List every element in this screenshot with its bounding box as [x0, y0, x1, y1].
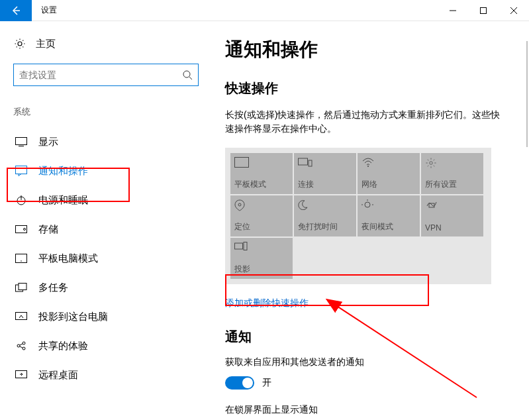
- tablet-icon: [15, 252, 28, 265]
- svg-rect-25: [299, 158, 308, 165]
- location-icon: [234, 199, 289, 213]
- tile-label: 网络: [361, 179, 416, 190]
- svg-point-28: [430, 162, 433, 165]
- toggle-label: 开: [262, 377, 271, 389]
- nav-label: 通知和操作: [38, 165, 88, 178]
- svg-rect-24: [235, 158, 249, 168]
- svg-rect-16: [19, 284, 26, 290]
- nav-item-display[interactable]: 显示: [13, 127, 205, 156]
- vertical-scrollbar[interactable]: [521, 21, 529, 420]
- nav-label: 电源和睡眠: [38, 194, 88, 207]
- notifications-heading: 通知: [225, 328, 509, 346]
- tile-connect[interactable]: 连接: [294, 153, 356, 194]
- notifications-desc: 获取来自应用和其他发送者的通知: [225, 356, 509, 368]
- tile-label: 免打扰时间: [298, 221, 352, 233]
- tile-network[interactable]: 网络: [358, 153, 420, 194]
- nav-item-notifications[interactable]: 通知和操作: [13, 156, 205, 185]
- svg-rect-17: [16, 313, 27, 320]
- minimize-button[interactable]: [438, 0, 468, 21]
- tile-label: 投影: [234, 264, 289, 275]
- connect-icon: [298, 157, 352, 170]
- tile-label: 夜间模式: [361, 221, 416, 233]
- tiles-grid: 平板模式 连接 网络 所有设置 定位: [230, 153, 486, 279]
- nav-item-remote[interactable]: 远程桌面: [13, 360, 205, 390]
- nav-label: 远程桌面: [38, 369, 78, 382]
- svg-rect-11: [16, 226, 27, 233]
- main-panel: 通知和操作 快速操作 长按(或选择)快速操作，然后通过拖动方式来重新排列它们。这…: [205, 21, 529, 420]
- nav-label: 投影到这台电脑: [38, 311, 108, 323]
- close-button[interactable]: [499, 0, 529, 21]
- vpn-icon: [425, 199, 479, 213]
- storage-icon: [15, 223, 28, 236]
- quick-actions-heading: 快速操作: [225, 79, 509, 97]
- svg-point-20: [23, 347, 25, 350]
- svg-rect-34: [429, 203, 434, 207]
- svg-point-27: [367, 166, 369, 167]
- tile-all-settings[interactable]: 所有设置: [421, 153, 483, 194]
- project-icon: [15, 310, 28, 323]
- back-button[interactable]: [0, 0, 32, 21]
- nav-item-tablet[interactable]: 平板电脑模式: [13, 244, 205, 273]
- svg-rect-26: [309, 160, 312, 166]
- svg-rect-8: [16, 166, 27, 174]
- moon-icon: [298, 199, 352, 213]
- display-icon: [15, 135, 28, 148]
- nav-item-shared[interactable]: 共享的体验: [13, 331, 205, 360]
- svg-rect-6: [16, 138, 27, 145]
- svg-line-5: [189, 77, 192, 79]
- svg-point-14: [21, 260, 22, 262]
- tile-project[interactable]: 投影: [230, 238, 293, 279]
- gear-icon: [13, 37, 26, 50]
- search-field[interactable]: [19, 70, 182, 80]
- section-label: 系统: [13, 106, 205, 118]
- sidebar: 主页 系统 显示 通知和操作 电源和睡眠 存储: [0, 21, 205, 420]
- shared-icon: [15, 339, 28, 352]
- maximize-button[interactable]: [468, 0, 499, 21]
- notifications-icon: [15, 164, 28, 178]
- svg-point-30: [365, 202, 370, 207]
- notifications-toggle[interactable]: [225, 376, 254, 390]
- titlebar: 设置: [0, 0, 529, 21]
- nav-label: 共享的体验: [38, 340, 88, 352]
- scrollbar-thumb[interactable]: [526, 41, 528, 147]
- svg-point-29: [238, 203, 241, 206]
- svg-point-19: [23, 342, 25, 344]
- gear-icon: [425, 157, 479, 170]
- multitask-icon: [15, 281, 28, 294]
- nav-label: 存储: [38, 223, 58, 236]
- nav-list: 显示 通知和操作 电源和睡眠 存储 平板电脑模式 多任务: [13, 127, 205, 390]
- nav-item-storage[interactable]: 存储: [13, 215, 205, 244]
- quick-actions-desc: 长按(或选择)快速操作，然后通过拖动方式来重新排列它们。这些快速操作将显示在操作…: [225, 108, 503, 136]
- search-input[interactable]: [13, 64, 199, 86]
- nav-label: 多任务: [38, 282, 68, 294]
- svg-rect-36: [244, 242, 247, 250]
- nav-item-multitask[interactable]: 多任务: [13, 273, 205, 302]
- tile-label: 定位: [234, 221, 289, 233]
- tile-night-light[interactable]: 夜间模式: [358, 195, 420, 236]
- tile-location[interactable]: 定位: [230, 195, 293, 236]
- tablet-mode-icon: [234, 157, 289, 170]
- svg-point-12: [24, 229, 26, 231]
- window-title: 设置: [32, 5, 57, 16]
- lock-screen-notify-label: 在锁屏界面上显示通知: [225, 404, 509, 416]
- tile-quiet-hours[interactable]: 免打扰时间: [294, 195, 356, 236]
- page-title: 通知和操作: [225, 37, 509, 62]
- tile-vpn[interactable]: VPN: [421, 195, 483, 236]
- tile-label: VPN: [425, 223, 479, 233]
- notifications-toggle-row: 开: [225, 376, 509, 390]
- add-remove-quick-actions-link[interactable]: 添加或删除快速操作: [225, 297, 309, 309]
- back-arrow-icon: [11, 5, 21, 16]
- search-icon: [182, 70, 193, 80]
- svg-point-4: [183, 71, 190, 78]
- nav-item-power[interactable]: 电源和睡眠: [13, 185, 205, 215]
- nav-label: 平板电脑模式: [38, 252, 98, 265]
- svg-point-18: [17, 344, 20, 347]
- home-button[interactable]: 主页: [13, 37, 205, 50]
- tile-label: 平板模式: [234, 179, 289, 190]
- svg-line-21: [20, 344, 23, 345]
- window-controls: [438, 0, 529, 21]
- remote-icon: [15, 368, 28, 382]
- nav-item-project[interactable]: 投影到这台电脑: [13, 302, 205, 331]
- svg-line-22: [20, 346, 23, 348]
- tile-tablet-mode[interactable]: 平板模式: [230, 153, 293, 194]
